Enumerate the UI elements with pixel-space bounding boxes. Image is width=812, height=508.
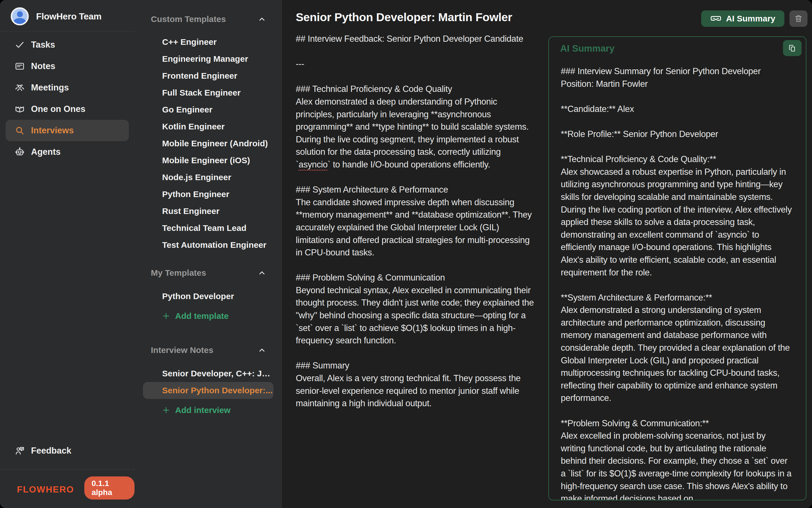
spellcheck-underline: asyncio (299, 160, 328, 169)
ai-summary-button[interactable]: AI Summary (701, 10, 784, 27)
copy-icon (788, 44, 796, 52)
section-title: My Templates (151, 268, 206, 278)
template-item[interactable]: Python Developer (143, 288, 273, 305)
chevron-up-icon (258, 346, 266, 354)
template-item[interactable]: Node.js Engineer (143, 169, 273, 186)
template-item[interactable]: Kotlin Engineer (143, 118, 273, 135)
template-item[interactable]: Engineering Manager (143, 50, 273, 68)
plus-icon (162, 406, 170, 414)
sidebar-item-label: Interviews (31, 125, 74, 136)
sidebar-nav: Tasks Notes Meetings One on Ones Intervi… (0, 32, 134, 163)
sidebar-item-label: Meetings (31, 83, 69, 93)
chevron-up-icon (258, 269, 266, 277)
custom-templates-list: C++ Engineer Engineering Manager Fronten… (135, 34, 282, 253)
add-interview-button[interactable]: Add interview (162, 402, 282, 419)
template-item[interactable]: Full Stack Engineer (143, 84, 273, 101)
feedback-label: Feedback (31, 446, 71, 456)
template-item[interactable]: C++ Engineer (143, 34, 273, 50)
avatar (11, 7, 29, 26)
note-title[interactable]: Senior Python Developer: Martin Fowler (296, 11, 512, 24)
check-icon (15, 40, 25, 50)
sidebar-item-interviews[interactable]: Interviews (6, 120, 129, 141)
main-content: Senior Python Developer: Martin Fowler A… (282, 0, 812, 508)
trash-icon (794, 14, 803, 23)
ai-summary-title: AI Summary (560, 43, 615, 54)
team-name: FlowHero Team (36, 11, 101, 22)
template-item[interactable]: Mobile Engineer (Android) (143, 135, 273, 152)
templates-panel: Custom Templates C++ Engineer Engineerin… (135, 0, 282, 508)
sidebar-item-one-on-ones[interactable]: One on Ones (6, 98, 129, 120)
app-logo: FlowHero (17, 480, 74, 496)
plus-icon (162, 312, 170, 320)
goggles-icon (710, 13, 722, 24)
one-on-one-icon (15, 104, 25, 114)
section-interview-notes[interactable]: Interview Notes (135, 342, 282, 358)
sidebar-item-label: One on Ones (31, 104, 85, 114)
summary-content[interactable]: ### Interview Summary for Senior Python … (561, 65, 792, 500)
template-item[interactable]: Frontend Engineer (143, 68, 273, 84)
sidebar-item-label: Agents (31, 147, 60, 157)
template-item[interactable]: Python Engineer (143, 186, 273, 203)
sidebar: FlowHero Team Tasks Notes Meetings One (0, 0, 135, 508)
section-title: Custom Templates (151, 14, 226, 24)
sidebar-item-notes[interactable]: Notes (6, 55, 129, 77)
add-template-button[interactable]: Add template (162, 307, 282, 325)
template-item[interactable]: Test Automation Engineer (143, 237, 273, 253)
robot-icon (15, 147, 25, 157)
interview-note-item-selected[interactable]: Senior Python Developer:... (143, 382, 273, 399)
my-templates-list: Python Developer (135, 288, 282, 305)
section-custom-templates[interactable]: Custom Templates (135, 11, 282, 28)
interview-note-item[interactable]: Senior Developer, C++: Ja... (143, 365, 273, 382)
template-item[interactable]: Go Engineer (143, 101, 273, 118)
delete-note-button[interactable] (789, 10, 808, 27)
template-item[interactable]: Mobile Engineer (iOS) (143, 152, 273, 169)
sidebar-item-label: Tasks (31, 40, 55, 50)
add-interview-label: Add interview (175, 406, 230, 415)
search-icon (15, 125, 25, 136)
team-switcher[interactable]: FlowHero Team (0, 0, 134, 32)
people-icon (15, 83, 25, 93)
feedback-button[interactable]: Feedback (0, 440, 134, 462)
sidebar-item-meetings[interactable]: Meetings (6, 77, 129, 98)
note-icon (15, 61, 25, 71)
interview-notes-list: Senior Developer, C++: Ja... Senior Pyth… (135, 365, 282, 399)
ai-summary-panel: AI Summary ### Interview Summary for Sen… (548, 36, 806, 500)
ai-summary-button-label: AI Summary (726, 14, 775, 24)
sidebar-item-label: Notes (31, 61, 55, 71)
sidebar-item-tasks[interactable]: Tasks (6, 34, 129, 55)
template-item[interactable]: Technical Team Lead (143, 220, 273, 237)
template-item[interactable]: Rust Engineer (143, 203, 273, 220)
section-title: Interview Notes (151, 345, 213, 355)
note-editor[interactable]: ## Interview Feedback: Senior Python Dev… (296, 33, 535, 508)
sidebar-item-agents[interactable]: Agents (6, 141, 129, 163)
version-badge: 0.1.1 alpha (84, 476, 134, 500)
section-my-templates[interactable]: My Templates (135, 264, 282, 281)
feedback-icon (15, 446, 25, 456)
add-template-label: Add template (175, 311, 229, 321)
chevron-up-icon (258, 15, 266, 24)
copy-summary-button[interactable] (783, 40, 802, 56)
